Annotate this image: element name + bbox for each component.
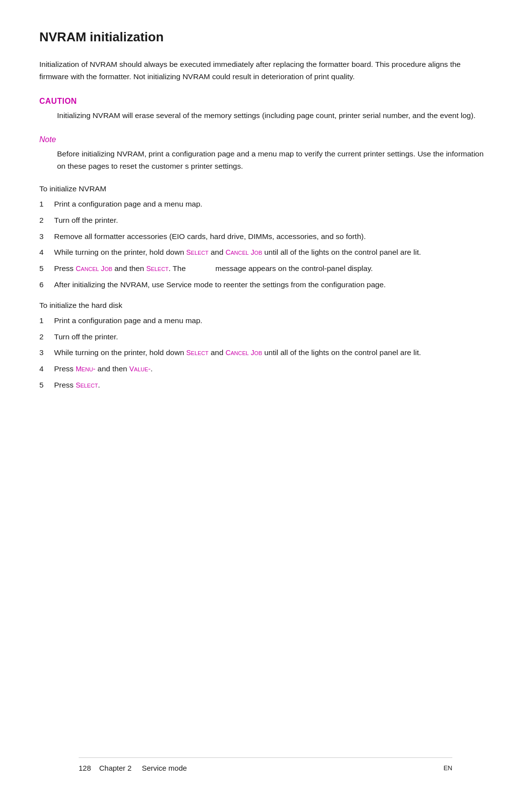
- select-keyword: SELECT: [186, 248, 208, 256]
- nvram-section-heading: To initialize NVRAM: [39, 184, 492, 193]
- cancel-job-keyword-2: CANCEL JOB: [76, 265, 113, 272]
- step-content: Print a configuration page and a menu ma…: [54, 315, 492, 327]
- step-content: While turning on the printer, hold down …: [54, 347, 492, 359]
- cancel-job-keyword: CANCEL JOB: [226, 248, 263, 256]
- step-number: 5: [39, 263, 54, 275]
- harddisk-step-4: 4 Press MENU- and then VALUE-.: [39, 363, 492, 375]
- harddisk-section-heading: To initialize the hard disk: [39, 301, 492, 310]
- footer-chapter: Chapter 2: [99, 764, 132, 772]
- footer-left: 128 Chapter 2 Service mode: [79, 764, 187, 772]
- step-content: Turn off the printer.: [54, 331, 492, 343]
- menu-keyword: MENU-: [76, 365, 95, 373]
- nvram-step-3: 3 Remove all formatter accessories (EIO …: [39, 231, 492, 243]
- step-number: 5: [39, 379, 54, 391]
- note-block: Note Before initializing NVRAM, print a …: [39, 135, 492, 173]
- step-content: Print a configuration page and a menu ma…: [54, 198, 492, 211]
- value-keyword: VALUE-: [129, 365, 150, 373]
- step-content: While turning on the printer, hold down …: [54, 246, 492, 259]
- footer-locale: EN: [443, 764, 452, 772]
- caution-text: Initializing NVRAM will erase several of…: [57, 110, 492, 122]
- harddisk-steps-list: 1 Print a configuration page and a menu …: [39, 315, 492, 391]
- caution-label: CAUTION: [39, 97, 492, 106]
- step-content: Turn off the printer.: [54, 214, 492, 227]
- harddisk-step-5: 5 Press SELECT.: [39, 379, 492, 391]
- select-keyword-3: SELECT: [186, 349, 208, 357]
- note-text: Before initializing NVRAM, print a confi…: [57, 148, 492, 173]
- step-number: 6: [39, 279, 54, 291]
- page-title: NVRAM initialization: [39, 30, 492, 45]
- step-content: Remove all formatter accessories (EIO ca…: [54, 231, 492, 243]
- nvram-step-4: 4 While turning on the printer, hold dow…: [39, 246, 492, 259]
- step-content: Press SELECT.: [54, 379, 492, 391]
- nvram-step-2: 2 Turn off the printer.: [39, 214, 492, 227]
- step-content: Press MENU- and then VALUE-.: [54, 363, 492, 375]
- harddisk-step-1: 1 Print a configuration page and a menu …: [39, 315, 492, 327]
- cancel-job-keyword-3: CANCEL JOB: [226, 349, 263, 357]
- step-number: 1: [39, 198, 54, 211]
- nvram-step-1: 1 Print a configuration page and a menu …: [39, 198, 492, 211]
- step-number: 3: [39, 231, 54, 243]
- footer: 128 Chapter 2 Service mode EN: [79, 757, 452, 772]
- step-number: 1: [39, 315, 54, 327]
- select-keyword-2: SELECT: [146, 265, 168, 272]
- step-number: 2: [39, 214, 54, 227]
- step-number: 4: [39, 246, 54, 259]
- caution-block: CAUTION Initializing NVRAM will erase se…: [39, 97, 492, 122]
- step-content: Press CANCEL JOB and then SELECT. The me…: [54, 263, 492, 275]
- nvram-steps-list: 1 Print a configuration page and a menu …: [39, 198, 492, 291]
- nvram-step-5: 5 Press CANCEL JOB and then SELECT. The …: [39, 263, 492, 275]
- footer-section: Service mode: [142, 764, 187, 772]
- harddisk-step-3: 3 While turning on the printer, hold dow…: [39, 347, 492, 359]
- harddisk-step-2: 2 Turn off the printer.: [39, 331, 492, 343]
- nvram-step-6: 6 After initializing the NVRAM, use Serv…: [39, 279, 492, 291]
- step-number: 3: [39, 347, 54, 359]
- step-number: 4: [39, 363, 54, 375]
- footer-page-num: 128: [79, 764, 91, 772]
- select-keyword-4: SELECT: [76, 381, 98, 389]
- step-number: 2: [39, 331, 54, 343]
- step-content: After initializing the NVRAM, use Servic…: [54, 279, 492, 291]
- note-label: Note: [39, 135, 492, 144]
- intro-paragraph: Initialization of NVRAM should always be…: [39, 59, 492, 83]
